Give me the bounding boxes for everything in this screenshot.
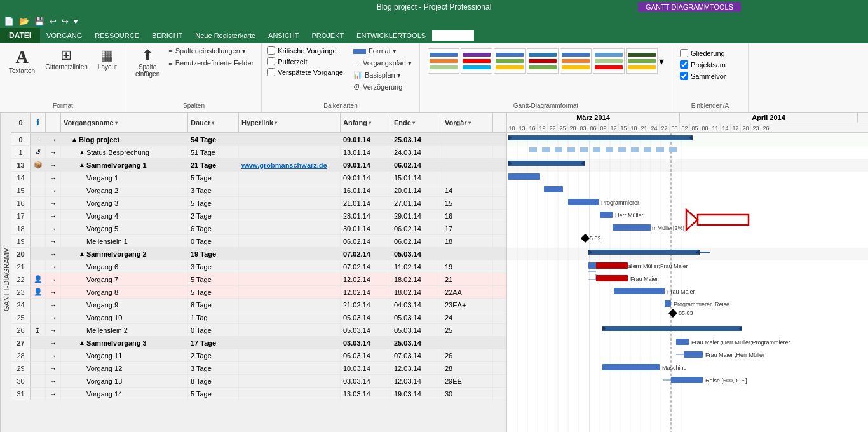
col-header-task[interactable]: Vorgangsname▾ xyxy=(61,113,188,132)
cell-task[interactable]: Vorgang 13 xyxy=(61,375,188,387)
menu-ressource[interactable]: RESSOURCE xyxy=(88,30,146,41)
cell-task[interactable]: Meilenstein 2 xyxy=(61,324,188,336)
col-header-dur[interactable]: Dauer▾ xyxy=(188,113,239,132)
table-row[interactable]: 18 → Vorgang 5 6 Tage 30.01.14 06.02.14 … xyxy=(11,222,506,235)
swatch-4[interactable] xyxy=(527,48,559,74)
sammelvor-checkbox[interactable]: Sammelvor xyxy=(680,71,726,81)
table-row[interactable]: 29 → Vorgang 12 3 Tage 10.03.14 12.03.14… xyxy=(11,362,506,375)
table-row[interactable]: 22 👤 → Vorgang 7 5 Tage 12.02.14 18.02.1… xyxy=(11,273,506,286)
gantt-tools-tab[interactable]: GANTT-DIAGRAMMTOOLS xyxy=(638,2,741,12)
row-icon2: → xyxy=(50,314,57,321)
menu-format[interactable]: FORMAT xyxy=(432,30,474,41)
open-icon[interactable]: 📂 xyxy=(18,17,31,26)
table-row[interactable]: 14 → Vorgang 1 5 Tage 09.01.14 15.01.14 xyxy=(11,172,506,184)
table-row[interactable]: 27 → ▲Sammelvorgang 3 17 Tage 03.03.14 2… xyxy=(11,337,506,349)
col-header-start[interactable]: Anfang▾ xyxy=(341,113,391,132)
table-row[interactable]: 15 → Vorgang 2 3 Tage 16.01.14 20.01.14 … xyxy=(11,184,506,197)
redo-icon[interactable]: ↪ xyxy=(60,17,70,26)
table-row[interactable]: 26 🗓 → Meilenstein 2 0 Tage 05.03.14 05.… xyxy=(11,324,506,337)
cell-task[interactable]: Vorgang 11 xyxy=(61,349,188,361)
cell-task[interactable]: ▲Sammelvorgang 2 xyxy=(61,248,188,260)
verspaetete-checkbox-input[interactable] xyxy=(267,68,275,76)
cell-task[interactable]: Vorgang 8 xyxy=(61,286,188,298)
puffer-checkbox-input[interactable] xyxy=(267,57,275,65)
cell-task[interactable]: Vorgang 12 xyxy=(61,362,188,374)
format-buttons: A Textarten ⊞ Gitternetzlinien ▦ Layout xyxy=(5,46,121,101)
swatch-2[interactable] xyxy=(461,48,492,74)
kritische-vorgaenge-checkbox[interactable]: Kritische Vorgänge xyxy=(267,46,343,55)
swatch-3[interactable] xyxy=(494,48,526,74)
cell-task[interactable]: ▲Sammelvorgang 1 xyxy=(61,159,188,171)
cell-task[interactable]: ▲Blog project xyxy=(61,133,188,145)
gliederung-input[interactable] xyxy=(680,49,688,57)
col-header-hyperlink[interactable]: Hyperlink▾ xyxy=(239,113,341,132)
swatch-5[interactable] xyxy=(560,48,592,74)
swatch-6[interactable] xyxy=(593,48,625,74)
new-icon[interactable]: 📄 xyxy=(3,17,15,26)
table-row[interactable]: 25 → Vorgang 10 1 Tag 05.03.14 05.03.14 … xyxy=(11,311,506,324)
cell-dur: 1 Tag xyxy=(188,311,239,323)
cell-task[interactable]: Vorgang 7 xyxy=(61,273,188,285)
basisplan-button[interactable]: 📊 Basisplan ▾ xyxy=(351,70,414,81)
layout-button[interactable]: ▦ Layout xyxy=(94,46,121,73)
swatches-scroll[interactable]: ▾ xyxy=(659,55,664,67)
table-row[interactable]: 17 → Vorgang 4 2 Tage 28.01.14 29.01.14 … xyxy=(11,210,506,222)
table-row[interactable]: 30 → Vorgang 13 8 Tage 03.03.14 12.03.14… xyxy=(11,375,506,388)
gitternetzlinien-button[interactable]: ⊞ Gitternetzlinien xyxy=(41,46,92,73)
menu-projekt[interactable]: PROJEKT xyxy=(305,30,350,41)
save-icon[interactable]: 💾 xyxy=(33,17,46,26)
table-row[interactable]: 24 → Vorgang 9 8 Tage 21.02.14 04.03.14 … xyxy=(11,299,506,311)
benutzerdefinierte-felder-button[interactable]: ≡ Benutzerdefinierte Felder xyxy=(166,58,256,68)
cell-task[interactable]: Vorgang 9 xyxy=(61,299,188,311)
menu-entwicklertools[interactable]: ENTWICKLERTOOLS xyxy=(350,30,432,41)
verzoegerung-button[interactable]: ⏱ Verzögerung xyxy=(351,82,414,92)
table-row[interactable]: 13 📦 → ▲Sammelvorgang 1 21 Tage www.grob… xyxy=(11,159,506,172)
projektsam-checkbox[interactable]: Projektsam xyxy=(680,60,726,69)
cell-task[interactable]: Vorgang 14 xyxy=(61,388,188,400)
cell-dur: 19 Tage xyxy=(188,248,239,260)
menu-ansicht[interactable]: ANSICHT xyxy=(262,30,305,41)
col-header-end[interactable]: Ende▾ xyxy=(391,113,442,132)
more-icon[interactable]: ▾ xyxy=(72,17,79,26)
spalteneinstellungen-button[interactable]: ≡ Spalteneinstellungen ▾ xyxy=(166,46,256,57)
menu-neue-registerkarte[interactable]: Neue Registerkarte xyxy=(189,30,262,41)
projektsam-input[interactable] xyxy=(680,60,688,69)
table-row[interactable]: 1 ↺ → ▲Status Besprechung 51 Tage 13.01.… xyxy=(11,146,506,159)
undo-icon[interactable]: ↩ xyxy=(48,17,58,26)
cell-task[interactable]: Vorgang 2 xyxy=(61,184,188,196)
menu-bericht[interactable]: BERICHT xyxy=(146,30,189,41)
cell-task[interactable]: Vorgang 6 xyxy=(61,260,188,273)
cell-hyperlink[interactable]: www.grobmanschwarz.de xyxy=(239,159,341,171)
table-row[interactable]: 31 → Vorgang 14 5 Tage 13.03.14 19.03.14… xyxy=(11,388,506,400)
table-row[interactable]: 16 → Vorgang 3 5 Tage 21.01.14 27.01.14 … xyxy=(11,197,506,210)
cell-pred: 21 xyxy=(442,273,493,285)
format-balken-button[interactable]: Format ▾ xyxy=(351,46,414,57)
table-row[interactable]: 28 → Vorgang 11 2 Tage 06.03.14 07.03.14… xyxy=(11,349,506,362)
vorgangspfad-button[interactable]: → Vorgangspfad ▾ xyxy=(351,58,414,69)
menu-vorgang[interactable]: VORGANG xyxy=(40,30,88,41)
cell-task[interactable]: Meilenstein 1 xyxy=(61,235,188,247)
table-row[interactable]: 19 → Meilenstein 1 0 Tage 06.02.14 06.02… xyxy=(11,235,506,248)
verspaetete-checkbox[interactable]: Verspätete Vorgänge xyxy=(267,67,343,77)
table-row[interactable]: 0 → → ▲Blog project 54 Tage 09.01.14 25.… xyxy=(11,133,506,146)
cell-task[interactable]: Vorgang 10 xyxy=(61,311,188,323)
textarten-button[interactable]: A Textarten xyxy=(5,46,39,77)
swatch-1[interactable] xyxy=(428,48,459,74)
cell-task[interactable]: ▲Status Besprechung xyxy=(61,146,188,158)
table-row[interactable]: 20 → ▲Sammelvorgang 2 19 Tage 07.02.14 0… xyxy=(11,248,506,260)
table-row[interactable]: 21 → Vorgang 6 3 Tage 07.02.14 11.02.14 … xyxy=(11,260,506,273)
pufferzeit-checkbox[interactable]: Pufferzeit xyxy=(267,57,343,66)
cell-task[interactable]: Vorgang 5 xyxy=(61,222,188,234)
swatch-7[interactable] xyxy=(626,48,658,74)
table-row[interactable]: 23 👤 → Vorgang 8 5 Tage 12.02.14 18.02.1… xyxy=(11,286,506,299)
cell-task[interactable]: ▲Sammelvorgang 3 xyxy=(61,337,188,349)
cell-task[interactable]: Vorgang 1 xyxy=(61,172,188,184)
sammelvor-input[interactable] xyxy=(680,72,688,80)
cell-task[interactable]: Vorgang 3 xyxy=(61,197,188,209)
col-header-pred[interactable]: Vorgär▾ xyxy=(442,113,493,132)
cell-task[interactable]: Vorgang 4 xyxy=(61,210,188,222)
gliederung-checkbox[interactable]: Gliederung xyxy=(680,48,726,58)
file-menu[interactable]: DATEI xyxy=(0,28,40,43)
kritische-checkbox-input[interactable] xyxy=(267,46,275,55)
spalte-einfuegen-button[interactable]: ⬆ Spalteeinfügen xyxy=(132,46,163,80)
